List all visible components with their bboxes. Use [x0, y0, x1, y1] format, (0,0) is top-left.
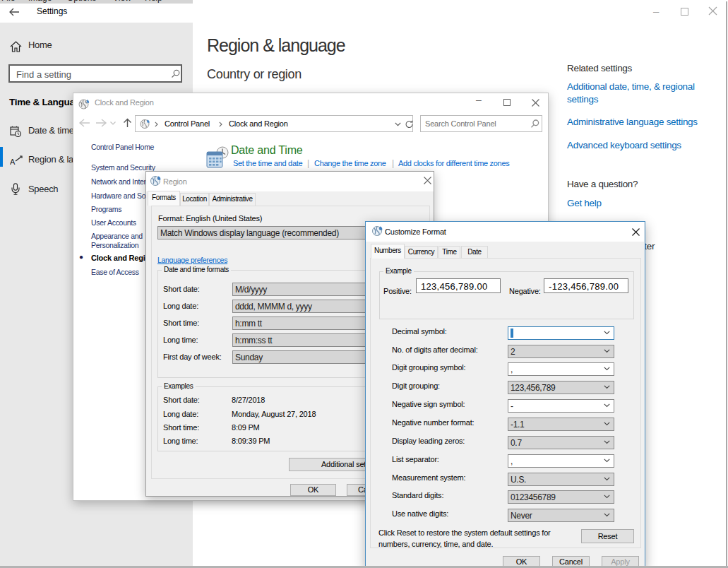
svg-text:A: A [10, 158, 16, 166]
